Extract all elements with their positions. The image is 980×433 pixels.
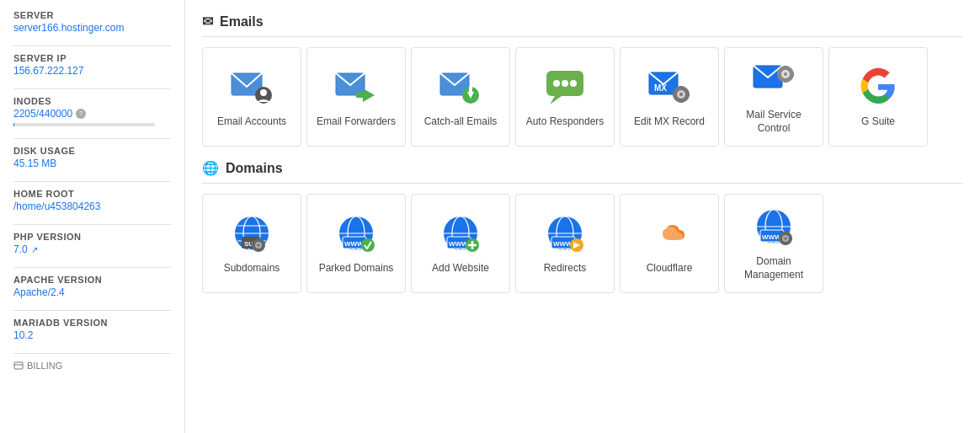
- server-label: SERVER: [13, 10, 171, 20]
- tile-catch-all-emails[interactable]: Catch-all Emails: [411, 47, 510, 147]
- server-ip-value[interactable]: 156.67.222.127: [13, 65, 171, 77]
- home-root-label: HOME ROOT: [13, 189, 171, 199]
- tile-parked-domains[interactable]: WWW Parked Domains: [306, 194, 406, 293]
- mariadb-version-value[interactable]: 10.2: [13, 329, 171, 341]
- tile-g-suite[interactable]: G Suite: [828, 47, 928, 147]
- tile-edit-mx-record[interactable]: MX Edit MX Record: [620, 47, 719, 147]
- tile-cloudflare[interactable]: Cloudflare: [620, 194, 719, 293]
- svg-rect-31: [784, 79, 787, 83]
- svg-point-29: [784, 72, 787, 76]
- svg-point-50: [361, 238, 375, 252]
- svg-point-21: [679, 93, 683, 96]
- svg-text:WWW: WWW: [762, 233, 781, 241]
- subdomains-icon: SUB: [230, 211, 274, 255]
- tile-auto-responders[interactable]: Auto Responders: [515, 47, 615, 147]
- sidebar-php-version: PHP VERSION 7.0 ↗: [13, 232, 171, 255]
- emails-tile-grid: Email Accounts Email Forwarders: [202, 47, 963, 147]
- mariadb-version-label: MARIADB VERSION: [13, 318, 171, 328]
- domain-management-icon: WWW: [752, 205, 796, 249]
- parked-domains-icon: WWW: [334, 211, 378, 255]
- inodes-progress-bar: [13, 123, 14, 126]
- redirects-icon: WWW: [543, 211, 587, 255]
- tile-email-accounts[interactable]: Email Accounts: [202, 47, 301, 147]
- auto-responders-icon: [543, 65, 587, 109]
- php-version-external-link-icon[interactable]: ↗: [31, 245, 38, 254]
- apache-version-label: APACHE VERSION: [13, 275, 171, 285]
- sidebar-mariadb-version: MARIADB VERSION 10.2: [13, 318, 171, 341]
- sidebar-billing[interactable]: BILLING: [13, 361, 171, 371]
- sidebar-server: SERVER server166.hostinger.com: [13, 10, 171, 34]
- emails-envelope-icon: ✉: [202, 13, 213, 29]
- server-ip-label: SERVER IP: [13, 53, 171, 63]
- tile-add-website[interactable]: WWW Add Website: [411, 194, 510, 293]
- tile-cloudflare-label: Cloudflare: [647, 262, 693, 275]
- svg-point-44: [258, 244, 260, 247]
- svg-rect-23: [679, 99, 683, 103]
- domains-globe-icon: 🌐: [202, 160, 219, 176]
- tile-domain-management[interactable]: WWW Domain Management: [724, 194, 823, 293]
- svg-marker-13: [550, 96, 562, 104]
- sidebar-apache-version: APACHE VERSION Apache/2.4: [13, 275, 171, 298]
- svg-marker-6: [363, 88, 375, 102]
- g-suite-icon: [856, 65, 900, 109]
- disk-usage-value[interactable]: 45.15 MB: [13, 158, 171, 169]
- server-value[interactable]: server166.hostinger.com: [13, 22, 171, 34]
- domains-section-header: 🌐 Domains: [202, 160, 963, 184]
- inodes-help-icon[interactable]: ?: [76, 109, 86, 119]
- emails-section-title: Emails: [220, 14, 264, 29]
- tile-parked-domains-label: Parked Domains: [319, 262, 394, 275]
- svg-rect-32: [777, 72, 780, 76]
- sidebar-inodes: INODES 2205/440000 ?: [13, 96, 171, 126]
- svg-text:WWW: WWW: [344, 240, 364, 248]
- tile-edit-mx-record-label: Edit MX Record: [634, 115, 705, 129]
- svg-rect-25: [686, 93, 690, 96]
- disk-usage-label: DISK USAGE: [13, 146, 171, 156]
- mail-service-control-icon: [752, 58, 796, 102]
- tile-auto-responders-label: Auto Responders: [526, 115, 605, 129]
- svg-rect-77: [790, 238, 792, 240]
- svg-rect-0: [14, 362, 23, 369]
- svg-point-14: [553, 80, 560, 87]
- svg-rect-33: [791, 72, 794, 76]
- email-accounts-icon: [230, 65, 274, 109]
- svg-rect-75: [785, 243, 787, 245]
- tile-redirects[interactable]: WWW Redirects: [515, 194, 615, 293]
- main-content: ✉ Emails Email Accounts: [185, 0, 980, 433]
- php-version-value[interactable]: 7.0: [13, 243, 28, 255]
- svg-rect-34: [878, 84, 895, 90]
- sidebar-server-ip: SERVER IP 156.67.222.127: [13, 53, 171, 77]
- svg-point-73: [785, 238, 787, 240]
- tile-email-forwarders[interactable]: Email Forwarders: [306, 47, 406, 147]
- tile-redirects-label: Redirects: [544, 262, 587, 275]
- tile-catch-all-emails-label: Catch-all Emails: [424, 115, 498, 129]
- svg-rect-76: [779, 238, 781, 240]
- svg-rect-30: [784, 66, 787, 69]
- tile-domain-management-label: Domain Management: [732, 255, 816, 281]
- tile-mail-service-control[interactable]: Mail Service Control: [724, 47, 823, 147]
- inodes-progress-bar-container: [13, 123, 155, 126]
- home-root-value[interactable]: /home/u453804263: [13, 200, 171, 212]
- tile-email-accounts-label: Email Accounts: [217, 115, 286, 129]
- tile-g-suite-label: G Suite: [861, 115, 895, 129]
- svg-rect-22: [679, 86, 683, 89]
- svg-rect-24: [673, 93, 676, 96]
- add-website-icon: WWW: [439, 211, 482, 255]
- svg-point-15: [562, 80, 568, 87]
- email-forwarders-icon: [334, 65, 378, 109]
- svg-point-4: [260, 89, 267, 96]
- tile-subdomains[interactable]: SUB Subdomains: [202, 194, 301, 293]
- domains-tile-grid: SUB Subdomains WWW: [202, 194, 963, 293]
- svg-text:WWW: WWW: [553, 240, 573, 248]
- inodes-value[interactable]: 2205/440000: [13, 108, 72, 120]
- svg-rect-7: [356, 93, 365, 98]
- tile-subdomains-label: Subdomains: [224, 262, 280, 275]
- catch-all-emails-icon: [439, 65, 482, 109]
- emails-section-header: ✉ Emails: [202, 13, 963, 37]
- svg-text:WWW: WWW: [449, 240, 468, 248]
- billing-label: BILLING: [27, 361, 62, 371]
- apache-version-value[interactable]: Apache/2.4: [13, 286, 171, 298]
- domains-section-title: Domains: [226, 161, 283, 176]
- svg-text:MX: MX: [654, 83, 667, 93]
- sidebar-home-root: HOME ROOT /home/u453804263: [13, 189, 171, 212]
- sidebar: SERVER server166.hostinger.com SERVER IP…: [0, 0, 185, 433]
